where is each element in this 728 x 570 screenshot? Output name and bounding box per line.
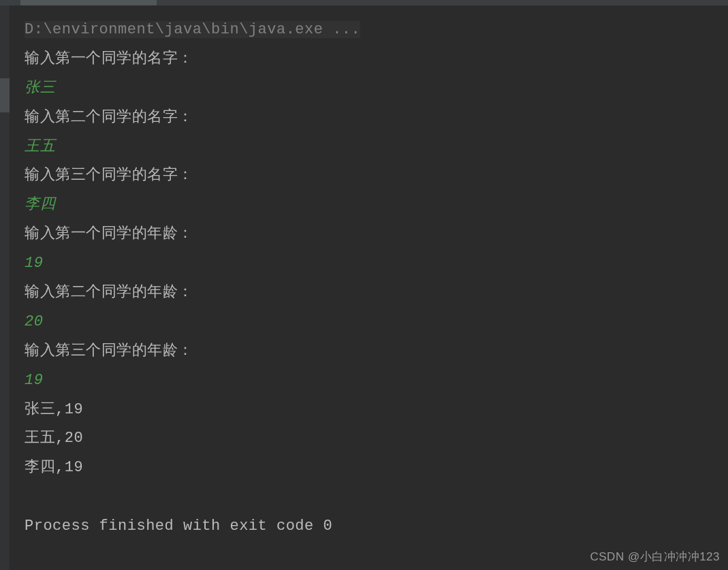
watermark: CSDN @小白冲冲冲123 [590,549,720,565]
console-line: 王五,20 [25,424,728,454]
console-line: 输入第一个同学的名字： [25,45,728,74]
command-line: D:\environment\java\bin\java.exe ... [25,21,360,38]
console-line: 19 [25,249,728,279]
console-line: 输入第三个同学的年龄： [25,337,728,366]
console-line: 王五 [25,133,728,162]
tab-indicator [20,0,157,5]
console-line: 输入第一个同学的年龄： [25,220,728,249]
console-line: 李四 [25,191,728,220]
console-line: 20 [25,308,728,337]
exit-message: Process finished with exit code 0 [25,512,728,541]
console-line: 输入第三个同学的名字： [25,161,728,191]
console-line: 李四,19 [25,454,728,483]
console-output[interactable]: D:\environment\java\bin\java.exe ... 输入第… [0,5,728,541]
console-empty-line [25,483,728,512]
scrollbar-track[interactable] [720,5,728,570]
console-line: 张三 [25,74,728,104]
console-line: 张三,19 [25,396,728,425]
console-line: 输入第二个同学的年龄： [25,279,728,308]
console-line: 输入第二个同学的名字： [25,104,728,133]
console-line: 19 [25,366,728,396]
gutter-highlight [0,78,10,112]
